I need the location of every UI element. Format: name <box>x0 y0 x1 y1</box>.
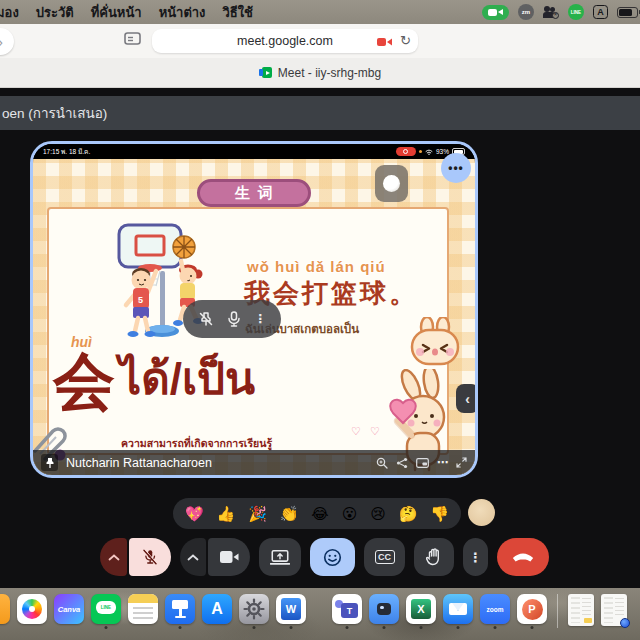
dock-robot-app[interactable] <box>369 594 399 624</box>
captions-button[interactable]: CC <box>364 538 405 576</box>
self-avatar[interactable] <box>468 499 495 526</box>
forward-button[interactable]: › <box>0 28 14 55</box>
tile-overlay-more-icon[interactable]: ⋮ <box>254 312 266 326</box>
bunny-sticker-1 <box>409 317 461 367</box>
smiley-icon <box>323 548 342 567</box>
slide-thai-meaning: ได้/เป็น <box>119 357 255 401</box>
reaction-clap[interactable]: 👏 <box>280 505 299 523</box>
reaction-joy[interactable]: 😂 <box>311 505 329 523</box>
zoom-app-menubar-icon[interactable]: zm <box>518 4 534 20</box>
teams-status-icon[interactable]: × <box>543 5 559 19</box>
tile-action-icons: ⋯ <box>376 456 467 469</box>
mic-options-chevron[interactable] <box>100 538 127 576</box>
menu-item-history[interactable]: ประวัติ <box>36 2 74 23</box>
more-options-button[interactable]: ⋮ <box>463 538 488 576</box>
browser-tab-bar: Meet - iiy-srhg-mbg <box>0 58 640 88</box>
dock-teams[interactable]: T <box>332 594 362 624</box>
heart-doodles: ♡ ♡ <box>351 425 383 438</box>
present-screen-button[interactable] <box>259 538 301 576</box>
dock-excel[interactable]: X <box>406 594 436 624</box>
dock-window-thumbnail-2[interactable] <box>601 594 627 626</box>
reaction-thinking[interactable]: 🤔 <box>399 505 418 523</box>
reload-icon[interactable]: ↻ <box>400 33 411 48</box>
tile-more-button[interactable]: ••• <box>441 153 471 183</box>
tile-name-bar: Nutcharin Rattanacharoen ⋯ <box>33 450 475 475</box>
dock-word[interactable]: W <box>276 594 306 624</box>
ipad-status-bar: 17:15 พ. 18 มี.ค. 93% <box>33 144 475 159</box>
dock-keynote[interactable] <box>165 594 195 624</box>
dock: Canva LINE A W T X zoom P <box>0 594 627 628</box>
participant-mic-icon[interactable] <box>227 311 241 327</box>
status-battery-percent: 93% <box>436 148 449 155</box>
share-icon[interactable] <box>396 457 408 469</box>
camera-icon <box>220 550 239 564</box>
reaction-surprised[interactable]: 😮 <box>342 505 358 523</box>
recording-indicator-icon <box>396 147 416 156</box>
camera-options-chevron[interactable] <box>180 538 206 576</box>
reactions-button[interactable] <box>310 538 355 576</box>
dock-powerpoint[interactable]: P <box>517 594 547 624</box>
menubar-status-icons: zm × LINE A <box>482 4 640 20</box>
tile-hover-controls: ⋮ <box>183 300 281 338</box>
menu-items: มอง ประวัติ ที่คั่นหน้า หน้าต่าง วิธีใช้ <box>0 2 253 23</box>
address-url: meet.google.com <box>237 34 333 48</box>
end-call-icon <box>511 551 535 563</box>
end-call-button[interactable] <box>497 538 549 576</box>
dock-partial-app[interactable] <box>0 594 10 624</box>
macos-menubar: มอง ประวัติ ที่คั่นหน้า หน้าต่าง วิธีใช้… <box>0 0 640 24</box>
camera-button[interactable] <box>208 538 250 576</box>
dock-photos[interactable] <box>17 594 47 624</box>
dock-settings[interactable] <box>239 594 269 624</box>
presenter-banner-text: oen (การนำเสนอ) <box>2 102 107 124</box>
menu-item-view[interactable]: มอง <box>0 2 19 23</box>
zoom-in-icon[interactable] <box>376 457 388 469</box>
wifi-icon <box>425 149 433 155</box>
slide-hanzi-word: 会 <box>53 351 115 413</box>
dock-line[interactable]: LINE <box>91 594 121 624</box>
mic-in-use-dot-icon <box>419 150 422 153</box>
dock-notes[interactable] <box>128 594 158 624</box>
line-menubar-icon[interactable]: LINE <box>568 4 584 20</box>
desktop-wallpaper: Canva LINE A W T X zoom P <box>0 588 640 640</box>
reaction-thumbs-down[interactable]: 👎 <box>430 505 449 523</box>
camera-lens-icon <box>383 175 400 192</box>
reaction-sparkling-heart[interactable]: 💖 <box>185 505 204 523</box>
dock-divider <box>557 594 558 628</box>
fullscreen-icon[interactable] <box>456 457 467 468</box>
thumbnail-app-badge <box>620 618 630 628</box>
camera-active-icon[interactable] <box>482 5 509 20</box>
raise-hand-button[interactable] <box>414 538 454 576</box>
tile-more-options-icon[interactable]: ⋯ <box>437 456 448 469</box>
dock-window-thumbnail-1[interactable] <box>568 594 594 626</box>
meet-control-bar: CC ⋮ <box>100 538 549 576</box>
menu-item-help[interactable]: วิธีใช้ <box>222 2 252 23</box>
presentation-tile[interactable]: 17:15 พ. 18 มี.ค. 93% 生词 <box>30 141 478 478</box>
picture-in-picture-icon[interactable] <box>416 458 429 468</box>
meet-content: oen (การนำเสนอ) 17:15 พ. 18 มี.ค. 93% 生词 <box>0 88 640 588</box>
dock-app-store[interactable]: A <box>202 594 232 624</box>
browser-toolbar: › meet.google.com ↻ <box>0 24 640 58</box>
pinned-badge-icon <box>41 454 58 471</box>
tab-camera-indicator-icon <box>377 36 392 50</box>
input-source-icon[interactable]: A <box>593 5 608 19</box>
reactions-bar: 💖 👍 🎉 👏 😂 😮 😢 🤔 👎 <box>173 498 461 529</box>
unpin-icon[interactable] <box>198 311 214 327</box>
camera-overlay-widget[interactable] <box>375 165 408 202</box>
battery-icon <box>617 7 638 18</box>
menu-item-bookmarks[interactable]: ที่คั่นหน้า <box>91 2 142 23</box>
dock-zoom[interactable]: zoom <box>480 594 510 624</box>
cc-icon: CC <box>375 550 395 564</box>
collapse-panel-handle[interactable]: ‹ <box>456 384 478 413</box>
tab-title[interactable]: Meet - iiy-srhg-mbg <box>278 66 381 80</box>
mic-muted-button[interactable] <box>129 538 171 576</box>
dock-canva[interactable]: Canva <box>54 594 84 624</box>
reaction-thumbs-up[interactable]: 👍 <box>217 505 236 523</box>
mic-off-icon <box>141 547 159 567</box>
reaction-party-popper[interactable]: 🎉 <box>248 505 267 523</box>
meet-favicon <box>259 67 272 78</box>
reaction-crying[interactable]: 😢 <box>370 505 386 523</box>
address-bar[interactable]: meet.google.com ↻ <box>152 29 418 53</box>
sidebar-icon[interactable] <box>124 32 141 51</box>
menu-item-window[interactable]: หน้าต่าง <box>159 2 206 23</box>
dock-mail[interactable] <box>443 594 473 624</box>
